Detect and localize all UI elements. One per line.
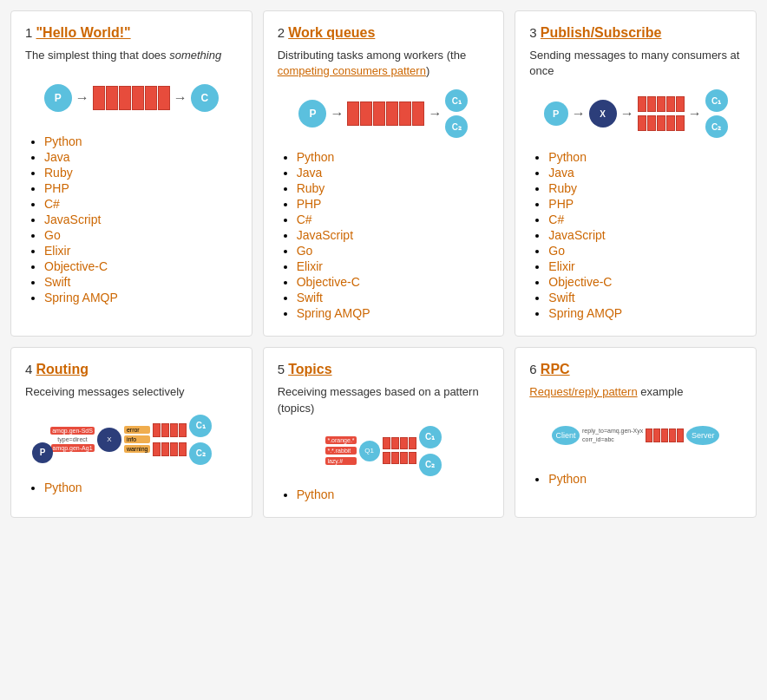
card-6: 6 RPCRequest/reply pattern example Clien…: [515, 347, 757, 517]
list-item: PHP: [548, 197, 742, 211]
client-circle: Client: [552, 426, 580, 445]
lang-link-python[interactable]: Python: [548, 150, 587, 164]
consumer-group: C₁ C₂: [705, 89, 728, 138]
lang-link-spring-amqp[interactable]: Spring AMQP: [44, 291, 118, 304]
card-6-header: 6 RPC: [529, 362, 742, 377]
consumer-1: C₁: [419, 426, 442, 448]
consumer-1: C₁: [445, 89, 468, 112]
lang-link-python[interactable]: Python: [297, 487, 335, 501]
producer-circle: P: [32, 442, 53, 463]
lang-link-python[interactable]: Python: [44, 481, 82, 494]
list-item: Elixir: [44, 244, 238, 258]
lang-link-java[interactable]: Java: [297, 166, 323, 180]
list-item: C#: [297, 213, 490, 226]
lang-link-python[interactable]: Python: [548, 472, 587, 486]
lang-link-objective-c[interactable]: Objective-C: [548, 275, 612, 289]
lang-link-spring-amqp[interactable]: Spring AMQP: [297, 306, 370, 320]
arrow-icon: →: [330, 106, 344, 121]
consumer-1: C₁: [705, 89, 728, 112]
lang-link-objective-c[interactable]: Objective-C: [297, 275, 360, 289]
card-2-lang-list: PythonJavaRubyPHPC#JavaScriptGoElixirObj…: [278, 150, 490, 320]
lang-link-elixir[interactable]: Elixir: [297, 259, 323, 273]
lang-link-c#[interactable]: C#: [548, 213, 564, 226]
lang-link-python[interactable]: Python: [44, 134, 82, 148]
consumer-1: C₁: [189, 415, 212, 437]
list-item: Go: [548, 244, 742, 258]
lang-link-go[interactable]: Go: [548, 244, 565, 258]
card-3-lang-list: PythonJavaRubyPHPC#JavaScriptGoElixirObj…: [529, 150, 742, 320]
card-3-title-link[interactable]: Publish/Subscribe: [541, 25, 662, 40]
card-4-diagram: amqp.gen-SdS type=direct amqp.gen-Ag1 X …: [25, 409, 238, 470]
lang-link-go[interactable]: Go: [297, 244, 313, 258]
card-6-desc: Request/reply pattern example: [529, 384, 742, 400]
card-6-number: 6: [529, 362, 541, 376]
list-item: Python: [44, 134, 238, 148]
card-1-title-link[interactable]: "Hello World!": [36, 25, 131, 40]
lang-link-javascript[interactable]: JavaScript: [44, 213, 101, 226]
list-item: JavaScript: [297, 228, 490, 242]
queue-block: [93, 86, 170, 110]
card-6-lang-list: Python: [529, 472, 742, 486]
card-2-title-link[interactable]: Work queues: [288, 25, 375, 40]
card-1-lang-list: PythonJavaRubyPHPC#JavaScriptGoElixirObj…: [25, 134, 238, 304]
lang-link-swift[interactable]: Swift: [548, 291, 574, 304]
lang-link-ruby[interactable]: Ruby: [44, 166, 73, 180]
lang-link-ruby[interactable]: Ruby: [548, 181, 577, 195]
consumer-circle: C: [191, 84, 219, 112]
list-item: Go: [297, 244, 490, 258]
card-5-diagram: *.orange.* *.*.rabbit lazy.# Q1 C₁ C₂: [278, 425, 490, 477]
card-2-header: 2 Work queues: [278, 25, 490, 41]
lang-link-ruby[interactable]: Ruby: [297, 181, 325, 195]
card-1: 1 "Hello World!"The simplest thing that …: [10, 10, 252, 337]
list-item: Java: [44, 150, 238, 164]
lang-link-elixir[interactable]: Elixir: [548, 259, 574, 273]
card-6-title-link[interactable]: RPC: [541, 362, 570, 376]
lang-link-c#[interactable]: C#: [44, 197, 60, 211]
lang-link-java[interactable]: Java: [548, 166, 574, 180]
card-1-diagram: P → → C: [25, 72, 238, 124]
exchange-circle: X: [97, 428, 121, 452]
lang-link-php[interactable]: PHP: [297, 197, 322, 211]
list-item: Python: [548, 472, 742, 486]
list-item: Spring AMQP: [44, 291, 238, 304]
consumer-2: C₂: [189, 442, 212, 465]
list-item: Elixir: [297, 259, 490, 273]
card-5-header: 5 Topics: [278, 362, 490, 377]
list-item: Ruby: [548, 181, 742, 195]
card-3-desc: Sending messages to many consumers at on…: [529, 48, 742, 79]
queue-block: [347, 101, 424, 126]
list-item: Spring AMQP: [548, 306, 742, 320]
lang-link-php[interactable]: PHP: [44, 181, 69, 195]
card-5-title-link[interactable]: Topics: [288, 362, 331, 376]
lang-link-go[interactable]: Go: [44, 228, 61, 242]
card-3-diagram: P → X → → C₁ C₂: [529, 88, 742, 140]
lang-link-c#[interactable]: C#: [297, 213, 312, 226]
card-3-number: 3: [529, 25, 541, 40]
list-item: Objective-C: [297, 275, 490, 289]
rpc-link[interactable]: Request/reply pattern: [529, 385, 637, 398]
lang-link-swift[interactable]: Swift: [44, 275, 70, 289]
card-4-title-link[interactable]: Routing: [36, 362, 88, 376]
list-item: Go: [44, 228, 238, 242]
lang-link-javascript[interactable]: JavaScript: [548, 228, 605, 242]
lang-link-php[interactable]: PHP: [548, 197, 574, 211]
producer-circle: P: [298, 100, 326, 128]
list-item: Objective-C: [548, 275, 742, 289]
lang-link-javascript[interactable]: JavaScript: [297, 228, 353, 242]
card-2-diagram: P → → C₁ C₂: [278, 88, 490, 140]
list-item: PHP: [297, 197, 490, 211]
card-4-desc: Receiving messages selectively: [25, 384, 238, 400]
lang-link-objective-c[interactable]: Objective-C: [44, 259, 108, 273]
arrow-icon: →: [688, 106, 702, 121]
exchange-circle: X: [589, 100, 617, 128]
lang-link-spring-amqp[interactable]: Spring AMQP: [548, 306, 622, 320]
card-5-number: 5: [278, 362, 289, 376]
lang-link-java[interactable]: Java: [44, 150, 70, 164]
list-item: Swift: [44, 275, 238, 289]
list-item: Java: [297, 166, 490, 180]
lang-link-swift[interactable]: Swift: [297, 291, 323, 304]
lang-link-elixir[interactable]: Elixir: [44, 244, 70, 258]
lang-link-python[interactable]: Python: [297, 150, 335, 164]
competing-link[interactable]: competing consumers pattern: [278, 64, 426, 77]
list-item: C#: [44, 197, 238, 211]
